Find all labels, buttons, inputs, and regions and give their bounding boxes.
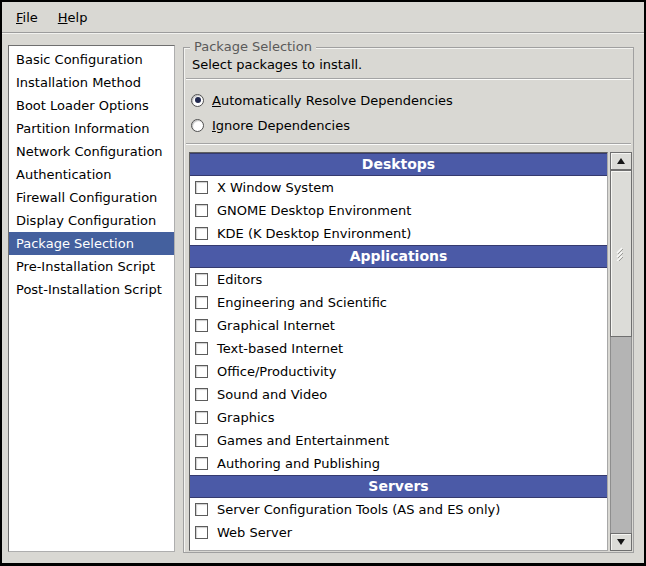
description-text: Select packages to install. [192,57,362,72]
package-item-sound-and-video[interactable]: Sound and Video [190,383,607,406]
package-item-label: Engineering and Scientific [217,295,387,310]
package-item-web-server[interactable]: Web Server [190,521,607,544]
package-item-label: X Window System [217,180,334,195]
checkbox-icon[interactable] [195,503,208,516]
package-list: Desktops X Window System GNOME Desktop E… [189,152,608,551]
package-item-label: GNOME Desktop Environment [217,203,411,218]
menu-help[interactable]: Help [48,6,98,29]
checkbox-icon[interactable] [195,273,208,286]
checkbox-icon[interactable] [195,388,208,401]
sidebar-item-basic-configuration[interactable]: Basic Configuration [9,48,174,71]
radio-label: Automatically Resolve Dependencies [212,93,453,108]
sidebar-item-post-installation-script[interactable]: Post-Installation Script [9,278,174,301]
checkbox-icon[interactable] [195,319,208,332]
package-item-label: Authoring and Publishing [217,456,380,471]
radio-auto-resolve-dependencies[interactable]: Automatically Resolve Dependencies [191,88,453,112]
category-header-desktops: Desktops [190,153,607,176]
checkbox-icon[interactable] [195,181,208,194]
radio-ignore-dependencies[interactable]: Ignore Dependencies [191,113,350,137]
package-item-authoring-and-publishing[interactable]: Authoring and Publishing [190,452,607,475]
scroll-up-button[interactable] [610,152,632,170]
package-item-x-window-system[interactable]: X Window System [190,176,607,199]
checkbox-icon[interactable] [195,342,208,355]
radio-label: Ignore Dependencies [212,118,350,133]
sidebar-nav: Basic Configuration Installation Method … [8,45,175,552]
checkbox-icon[interactable] [195,296,208,309]
sidebar-item-firewall-configuration[interactable]: Firewall Configuration [9,186,174,209]
checkbox-icon[interactable] [195,434,208,447]
arrow-down-icon [617,539,625,545]
package-item-server-configuration-tools[interactable]: Server Configuration Tools (AS and ES on… [190,498,607,521]
package-item-editors[interactable]: Editors [190,268,607,291]
package-item-graphics[interactable]: Graphics [190,406,607,429]
package-item-gnome-desktop-environment[interactable]: GNOME Desktop Environment [190,199,607,222]
arrow-up-icon [617,158,625,164]
checkbox-icon[interactable] [195,227,208,240]
checkbox-icon[interactable] [195,365,208,378]
separator [186,143,631,145]
sidebar-item-display-configuration[interactable]: Display Configuration [9,209,174,232]
sidebar-item-pre-installation-script[interactable]: Pre-Installation Script [9,255,174,278]
package-item-text-based-internet[interactable]: Text-based Internet [190,337,607,360]
checkbox-icon[interactable] [195,411,208,424]
package-item-games-and-entertainment[interactable]: Games and Entertainment [190,429,607,452]
kickstart-configurator-window: File Help Basic Configuration Installati… [2,2,644,563]
package-item-label: Office/Productivity [217,364,336,379]
checkbox-icon[interactable] [195,526,208,539]
sidebar-item-authentication[interactable]: Authentication [9,163,174,186]
package-item-label: Graphics [217,410,274,425]
package-item-engineering-and-scientific[interactable]: Engineering and Scientific [190,291,607,314]
sidebar-item-network-configuration[interactable]: Network Configuration [9,140,174,163]
package-item-label: Editors [217,272,262,287]
category-header-servers: Servers [190,475,607,498]
scroll-down-button[interactable] [610,533,632,551]
menubar: File Help [2,2,644,33]
checkbox-icon[interactable] [195,204,208,217]
package-item-label: Server Configuration Tools (AS and ES on… [217,502,500,517]
category-header-applications: Applications [190,245,607,268]
package-item-label: Games and Entertainment [217,433,389,448]
scrollbar-grip-icon [615,247,627,261]
sidebar-item-package-selection[interactable]: Package Selection [9,232,174,255]
package-item-label: Web Server [217,525,292,540]
radio-icon [191,119,204,132]
package-item-graphical-internet[interactable]: Graphical Internet [190,314,607,337]
radio-icon [191,94,204,107]
scrollbar-thumb[interactable] [610,170,632,337]
menu-file[interactable]: File [6,6,48,29]
sidebar-item-installation-method[interactable]: Installation Method [9,71,174,94]
package-item-label: Sound and Video [217,387,327,402]
package-item-kde-desktop-environment[interactable]: KDE (K Desktop Environment) [190,222,607,245]
package-item-label: KDE (K Desktop Environment) [217,226,411,241]
menu-help-label: H [58,10,68,25]
checkbox-icon[interactable] [195,457,208,470]
package-item-label: Graphical Internet [217,318,335,333]
package-list-scrollbar[interactable] [610,152,632,551]
separator [186,78,631,80]
sidebar-item-boot-loader-options[interactable]: Boot Loader Options [9,94,174,117]
frame-title: Package Selection [190,39,316,54]
package-selection-frame: Package Selection Select packages to ins… [183,47,634,553]
sidebar-item-partition-information[interactable]: Partition Information [9,117,174,140]
package-item-label: Text-based Internet [217,341,343,356]
package-item-office-productivity[interactable]: Office/Productivity [190,360,607,383]
